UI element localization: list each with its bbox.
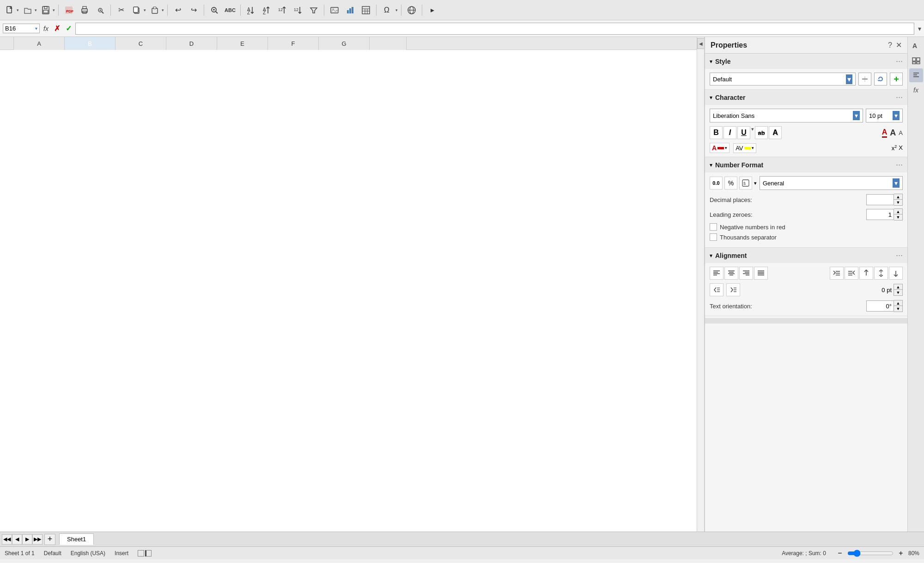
numfmt-decimal-btn[interactable]: 0.0 <box>710 177 723 190</box>
align-text-right-indent[interactable] <box>845 267 858 280</box>
col-header-D[interactable]: D <box>166 37 217 50</box>
open-arrow[interactable]: ▾ <box>35 8 37 12</box>
decimal-places-input[interactable] <box>866 194 894 205</box>
nav-first-button[interactable]: ◀◀ <box>2 534 12 545</box>
redo-button[interactable]: ↪ <box>187 3 201 17</box>
panel-scroll-bar[interactable] <box>705 318 907 324</box>
numfmt-currency-arrow[interactable]: ▾ <box>754 180 757 186</box>
font-smaller-button[interactable]: A <box>899 129 903 136</box>
nav-prev-button[interactable]: ◀ <box>12 534 22 545</box>
style-section-more[interactable]: ··· <box>896 56 903 66</box>
new-arrow[interactable]: ▾ <box>17 8 19 12</box>
insert-table-button[interactable] <box>359 3 373 17</box>
decimal-down-button[interactable]: ▼ <box>894 200 902 205</box>
nav-next-button[interactable]: ▶ <box>22 534 32 545</box>
sort-za-button[interactable]: AZ <box>260 3 274 17</box>
number-format-header[interactable]: ▾ Number Format ··· <box>705 157 907 172</box>
special-char-button[interactable]: Ω <box>380 3 394 17</box>
italic-button[interactable]: I <box>723 126 736 139</box>
sel-mode-1[interactable] <box>138 550 144 557</box>
leading-up-button[interactable]: ▲ <box>894 209 902 214</box>
print-button[interactable] <box>78 3 91 17</box>
indent-increase-button[interactable] <box>726 283 740 296</box>
col-header-F[interactable]: F <box>268 37 319 50</box>
style-refresh-button[interactable] <box>874 73 887 86</box>
style-dropdown-arrow[interactable]: ▾ <box>846 74 852 84</box>
col-header-E[interactable]: E <box>217 37 268 50</box>
style-clear-button[interactable] <box>858 73 871 86</box>
number-format-more[interactable]: ··· <box>896 160 903 170</box>
align-text-left-indent[interactable] <box>830 267 844 280</box>
insert-image-button[interactable] <box>328 3 341 17</box>
orientation-down-button[interactable]: ▼ <box>894 306 902 312</box>
insert-chart-button[interactable] <box>343 3 357 17</box>
negative-red-checkbox[interactable] <box>710 223 717 231</box>
sidebar-properties-icon[interactable] <box>909 68 923 82</box>
superscript-button[interactable]: x2 <box>892 144 897 152</box>
align-middle-button[interactable] <box>874 267 888 280</box>
align-right-button[interactable] <box>739 267 753 280</box>
text-orientation-input[interactable] <box>866 300 894 312</box>
new-button[interactable] <box>3 3 17 17</box>
bold-button[interactable]: B <box>710 126 723 139</box>
decimal-up-button[interactable]: ▲ <box>894 194 902 200</box>
sort-desc-button[interactable]: 12 <box>291 3 305 17</box>
numfmt-percent-btn[interactable]: % <box>724 177 737 190</box>
style-add-button[interactable] <box>890 73 903 86</box>
highlight-color-button[interactable]: AV ▾ <box>733 143 756 153</box>
properties-close-button[interactable]: ✕ <box>896 41 902 49</box>
save-button[interactable] <box>39 3 53 17</box>
open-button[interactable] <box>21 3 35 17</box>
col-header-B[interactable]: B <box>65 37 116 50</box>
sort-asc-button[interactable]: 12 <box>275 3 289 17</box>
paste-arrow[interactable]: ▾ <box>162 8 164 12</box>
cut-button[interactable]: ✂ <box>114 3 128 17</box>
formula-input[interactable] <box>75 23 914 35</box>
col-header-A[interactable]: A <box>14 37 65 50</box>
character-section-more[interactable]: ··· <box>896 92 903 102</box>
spellcheck-button[interactable]: ABC <box>223 3 237 17</box>
autofilter-button[interactable] <box>307 3 321 17</box>
font-color-button[interactable]: A ▾ <box>710 143 729 153</box>
leading-zeroes-input[interactable] <box>866 209 894 220</box>
special-char-arrow[interactable]: ▾ <box>395 8 398 12</box>
preview-button[interactable] <box>93 3 107 17</box>
align-center-button[interactable] <box>724 267 738 280</box>
nav-last-button[interactable]: ▶▶ <box>32 534 43 545</box>
leading-down-button[interactable]: ▼ <box>894 214 902 220</box>
confirm-button[interactable]: ✓ <box>64 23 73 34</box>
zoom-slider[interactable] <box>847 550 894 557</box>
indent-down-button[interactable]: ▼ <box>894 290 902 295</box>
cell-ref-box[interactable]: B16 ▾ <box>3 24 40 33</box>
align-bottom-button[interactable] <box>889 267 903 280</box>
thousands-separator-checkbox[interactable] <box>710 233 717 241</box>
col-header-G[interactable]: G <box>319 37 370 50</box>
cancel-button[interactable]: ✗ <box>52 23 62 34</box>
sort-az-button[interactable]: AZ <box>244 3 258 17</box>
subscript-button[interactable]: X <box>899 144 903 151</box>
sidebar-gallery-icon[interactable] <box>909 54 923 67</box>
align-justify-button[interactable] <box>754 267 768 280</box>
alignment-header[interactable]: ▾ Alignment ··· <box>705 248 907 263</box>
paste-button[interactable] <box>148 3 162 17</box>
font-color-arrow[interactable]: ▾ <box>725 146 727 150</box>
more-button[interactable]: ▸ <box>426 3 439 17</box>
alignment-more[interactable]: ··· <box>896 251 903 260</box>
copy-arrow[interactable]: ▾ <box>144 8 146 12</box>
font-size-arrow[interactable]: ▾ <box>893 111 900 120</box>
font-larger-button[interactable]: A <box>890 128 896 138</box>
cell-ref-dropdown-arrow[interactable]: ▾ <box>35 26 37 31</box>
underline-arrow[interactable]: ▾ <box>751 126 754 139</box>
sel-mode-2[interactable] <box>145 550 152 557</box>
style-section-header[interactable]: ▾ Style ··· <box>705 54 907 69</box>
numfmt-currency-btn[interactable]: $ <box>739 177 752 190</box>
strikethrough-button[interactable]: ab <box>755 126 768 139</box>
find-button[interactable] <box>207 3 221 17</box>
pdf-button[interactable]: PDF <box>62 3 76 17</box>
font-size-dropdown[interactable]: 10 pt ▾ <box>866 109 903 122</box>
collapse-panel-button[interactable]: ◀ <box>697 38 705 49</box>
number-format-arrow[interactable]: ▾ <box>893 178 900 188</box>
properties-help-button[interactable]: ? <box>888 41 892 49</box>
sheet-tab-sheet1[interactable]: Sheet1 <box>59 533 94 545</box>
indent-decrease-button[interactable] <box>710 283 723 296</box>
